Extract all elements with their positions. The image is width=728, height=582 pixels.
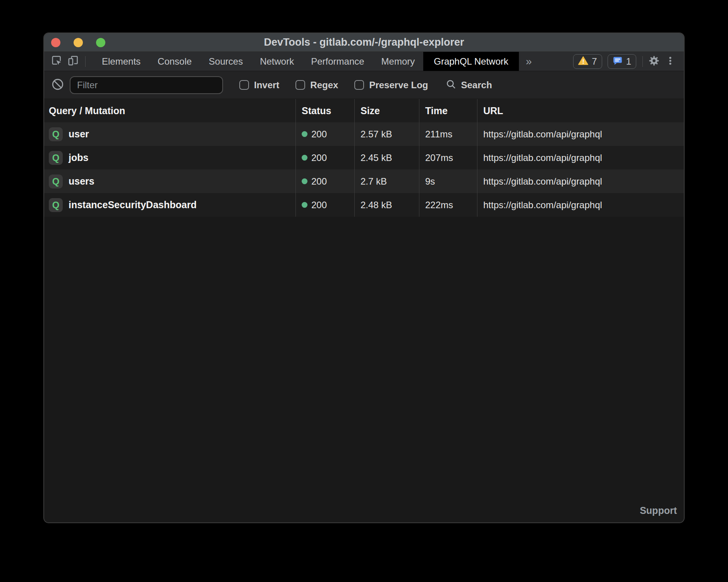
response-size: 2.48 kB (361, 200, 392, 211)
inspect-cursor-icon (51, 55, 63, 68)
invert-label: Invert (254, 80, 279, 91)
request-table-body: Q user 200 2.57 kB 211ms https://gitlab.… (44, 122, 684, 217)
toolbar-divider (642, 56, 643, 67)
status-code: 200 (311, 176, 327, 187)
preserve-log-label: Preserve Log (369, 80, 428, 91)
status-ok-dot (302, 202, 307, 208)
status-ok-dot (302, 131, 307, 137)
preserve-log-checkbox-group[interactable]: Preserve Log (354, 80, 428, 91)
query-name: instanceSecurityDashboard (69, 199, 197, 211)
more-options-button[interactable] (662, 53, 678, 70)
block-icon (51, 78, 64, 92)
request-url: https://gitlab.com/api/graphql (483, 129, 602, 140)
tab-sources[interactable]: Sources (200, 52, 251, 71)
status-code: 200 (311, 129, 327, 140)
table-row[interactable]: Q jobs 200 2.45 kB 207ms https://gitlab.… (44, 146, 684, 169)
column-header-url[interactable]: URL (477, 99, 684, 122)
regex-label: Regex (310, 80, 338, 91)
titlebar: DevTools - gitlab.com/-/graphql-explorer (44, 33, 684, 52)
close-button[interactable] (51, 38, 60, 47)
settings-button[interactable] (646, 53, 662, 70)
request-url: https://gitlab.com/api/graphql (483, 176, 602, 187)
invert-checkbox (239, 80, 249, 90)
preserve-log-checkbox (354, 80, 364, 90)
query-name: jobs (69, 152, 88, 163)
query-type-badge: Q (49, 198, 63, 212)
regex-checkbox-group[interactable]: Regex (295, 80, 338, 91)
column-header-size[interactable]: Size (354, 99, 419, 122)
panel-tabs: Elements Console Sources Network Perform… (93, 52, 539, 71)
table-row[interactable]: Q users 200 2.7 kB 9s https://gitlab.com… (44, 169, 684, 193)
table-row[interactable]: Q instanceSecurityDashboard 200 2.48 kB … (44, 193, 684, 217)
kebab-menu-icon (665, 56, 675, 67)
query-type-badge: Q (49, 151, 63, 165)
device-toolbar-button[interactable] (65, 53, 81, 70)
message-bubble-icon (613, 56, 623, 67)
warnings-count: 7 (592, 56, 597, 67)
inspect-element-button[interactable] (49, 53, 65, 70)
search-icon (446, 79, 456, 91)
regex-checkbox (295, 80, 305, 90)
tab-performance[interactable]: Performance (302, 52, 373, 71)
response-size: 2.57 kB (361, 129, 392, 140)
minimize-button[interactable] (74, 38, 83, 47)
toolbar-divider (85, 56, 86, 67)
request-url: https://gitlab.com/api/graphql (483, 200, 602, 211)
clear-button[interactable] (50, 77, 66, 93)
search-button[interactable]: Search (446, 79, 492, 91)
status-code: 200 (311, 152, 327, 163)
status-ok-dot (302, 155, 307, 161)
tab-network[interactable]: Network (251, 52, 302, 71)
query-name: users (69, 176, 94, 187)
more-tabs-button[interactable]: » (519, 52, 539, 71)
support-link[interactable]: Support (640, 505, 677, 516)
response-time: 211ms (425, 129, 452, 140)
request-url: https://gitlab.com/api/graphql (483, 152, 602, 163)
tab-elements[interactable]: Elements (93, 52, 149, 71)
devtools-toolbar: Elements Console Sources Network Perform… (44, 52, 684, 71)
column-header-status[interactable]: Status (295, 99, 354, 122)
column-header-query-mutation[interactable]: Query / Mutation (44, 99, 295, 122)
status-code: 200 (311, 200, 327, 211)
tab-memory[interactable]: Memory (373, 52, 424, 71)
query-name: user (69, 128, 89, 140)
query-type-badge: Q (49, 127, 63, 141)
maximize-button[interactable] (96, 38, 105, 47)
devtools-window: DevTools - gitlab.com/-/graphql-explorer… (43, 33, 685, 523)
response-time: 9s (425, 176, 435, 187)
gear-icon (648, 55, 660, 68)
empty-panel-area (44, 217, 684, 522)
desktop: { "window": { "title": "DevTools - gitla… (0, 0, 728, 582)
response-size: 2.7 kB (361, 176, 387, 187)
messages-count: 1 (626, 56, 631, 67)
column-header-time[interactable]: Time (419, 99, 477, 122)
traffic-lights (51, 33, 105, 51)
window-title: DevTools - gitlab.com/-/graphql-explorer (44, 36, 684, 48)
table-header: Query / Mutation Status Size Time URL (44, 99, 684, 122)
status-ok-dot (302, 178, 307, 184)
warnings-badge[interactable]: 7 (573, 54, 602, 69)
invert-checkbox-group[interactable]: Invert (239, 80, 279, 91)
response-time: 222ms (425, 200, 453, 211)
response-time: 207ms (425, 152, 453, 163)
tab-graphql-network[interactable]: GraphQL Network (423, 52, 519, 71)
query-type-badge: Q (49, 175, 63, 188)
search-label: Search (461, 80, 492, 91)
response-size: 2.45 kB (361, 152, 392, 163)
filter-bar: Invert Regex Preserve Log Search (44, 71, 684, 99)
filter-input[interactable] (70, 76, 223, 94)
device-toolbar-icon (67, 55, 79, 68)
messages-badge[interactable]: 1 (608, 54, 636, 69)
warning-triangle-icon (578, 56, 588, 67)
table-row[interactable]: Q user 200 2.57 kB 211ms https://gitlab.… (44, 122, 684, 146)
tab-console[interactable]: Console (149, 52, 200, 71)
